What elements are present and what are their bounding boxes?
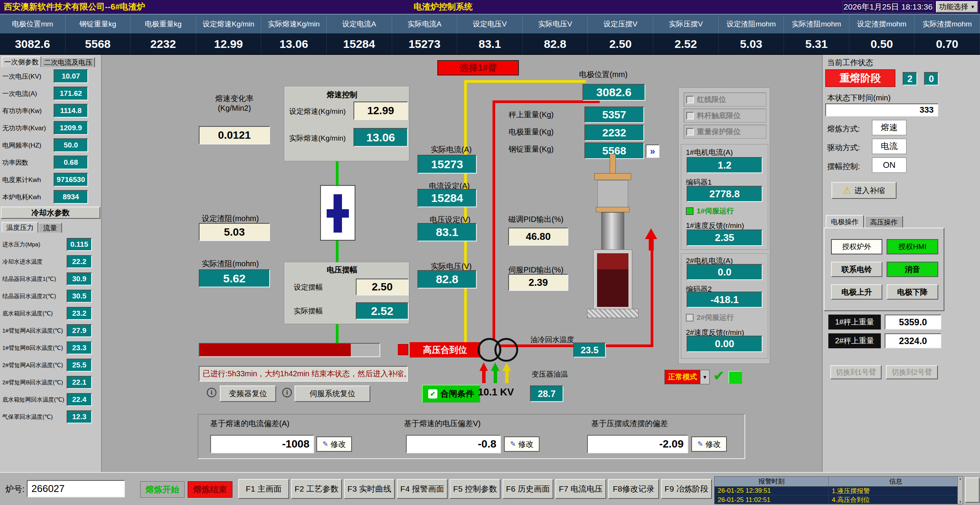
header-label: 设定电压V [457, 14, 523, 33]
melt-rate-control-group: 熔速控制 设定熔速(Kg/min) 12.99 实际熔速(Kg/min) 13.… [284, 86, 409, 161]
fkey-modify-records[interactable]: F8修改记录 [608, 479, 659, 499]
servo1-run-indicator[interactable]: 1#伺服运行 [686, 205, 753, 218]
red-wire [492, 100, 600, 103]
set-swing-value[interactable]: 2.50 [356, 279, 409, 295]
fkey-process-params[interactable]: F2 工艺参数 [291, 479, 342, 499]
motor-panel: 红线限位 料杆触底限位 重量保护限位 1#电机电流(A) 1.2 编码器1 27… [678, 87, 770, 364]
modify-button[interactable]: ✎修改 [691, 436, 727, 452]
voltage-deviation-value[interactable]: -0.8 [406, 435, 501, 453]
header-value: 5.31 [784, 34, 849, 54]
yellow-wire [464, 80, 586, 83]
electrode-down-button[interactable]: 电极下降 [887, 284, 938, 300]
select-arm1-button[interactable]: 选择1#臂 [437, 60, 519, 75]
param-row: 一次电流(A)171.62 [2, 87, 88, 100]
magnetic-pid-value: 46.80 [508, 228, 568, 246]
mode-status-lamp [728, 371, 742, 384]
servo-pid-label: 伺服PID输出(%) [508, 265, 563, 275]
tab-flow[interactable]: 流量 [38, 223, 62, 233]
ops-tab-panel: 授权炉外 授权HMI 联系电铃 消音 电极上升 电极下降 [824, 228, 944, 311]
melt-end-button[interactable]: 熔炼结束 [188, 481, 232, 498]
tab-electrode-ops[interactable]: 电极操作 [826, 215, 864, 228]
speed1-feedback-value: 2.35 [687, 230, 762, 246]
swing-deviation-label: 基于压摆或渣摆的偏差 [591, 418, 668, 429]
fkey-realtime-curves[interactable]: F3 实时曲线 [344, 479, 395, 499]
servo-reset-button[interactable]: 伺服系统复位 [294, 385, 370, 402]
electrode-up-button[interactable]: 电极上升 [831, 284, 882, 300]
actual-swing-label: 实际摆幅 [294, 306, 323, 316]
alarm-time: 26-01-25 11:02:51 [715, 495, 829, 504]
swing-deviation-value[interactable]: -2.09 [587, 435, 688, 453]
header-value: 2.52 [653, 34, 719, 54]
scroll-up-icon[interactable]: ▲ [959, 477, 962, 480]
actual-melt-rate-label: 实际熔速(Kg/min) [289, 133, 346, 143]
ok-hand-icon: ✔ [428, 389, 437, 398]
scroll-down-icon[interactable]: ▼ [959, 500, 962, 504]
cooling-water-header: 冷却水参数 [1, 207, 100, 219]
modify-button[interactable]: ✎修改 [316, 436, 352, 452]
warning-icon: ⚠ [843, 185, 851, 196]
fkey-current-voltage[interactable]: F7 电流电压 [555, 479, 606, 499]
fkey-alarm-screen[interactable]: F4 报警画面 [397, 479, 448, 499]
state-time-value: 333 [825, 103, 938, 116]
cooling-row: 冷却水进水温度22.2 [2, 255, 92, 269]
checkbox-icon[interactable] [686, 112, 694, 120]
tab-temp-pressure[interactable]: 温度压力 [2, 222, 38, 233]
header-label: 设定压摆V [588, 14, 653, 33]
mute-button[interactable]: 消音 [887, 262, 938, 277]
fkey-history-screen[interactable]: F6 历史画面 [502, 479, 553, 499]
electrode-collar [596, 207, 630, 212]
melt-start-button[interactable]: 熔炼开始 [140, 481, 185, 498]
modify-button[interactable]: ✎修改 [504, 436, 540, 452]
crystallizer-mold [594, 250, 632, 310]
scale1-weight-label: 1#秤上重量 [828, 315, 881, 330]
scale-weight-label: 秤上重量(Kg) [509, 110, 554, 120]
checkbox-icon[interactable] [686, 128, 694, 136]
header-label: 设定渣摆mohm [849, 14, 915, 33]
cooling-row: 进水压力(Mpa)0.115 [2, 238, 92, 251]
furnace-no-input[interactable] [27, 480, 125, 497]
fkey-smelting-stage[interactable]: F9 冶炼阶段 [661, 479, 712, 499]
alarm-scrollbar[interactable]: ▲▼ [957, 477, 963, 504]
checkbox-icon[interactable] [686, 207, 694, 215]
set-current-value: 15284 [417, 189, 477, 207]
chevron-down-icon: ▼ [970, 4, 975, 10]
limit-rod-bottom[interactable]: 料杆触底限位 [684, 108, 766, 123]
enter-shrink-button[interactable]: ⚠ 进入补缩 [831, 182, 897, 199]
contact-bell-button[interactable]: 联系电铃 [831, 262, 882, 277]
authorize-outside-button[interactable]: 授权炉外 [831, 239, 882, 254]
alarm-side-button[interactable] [965, 477, 980, 503]
switch-arm2-button[interactable]: 切换到2号臂 [886, 365, 938, 379]
set-slag-resistance-value[interactable]: 5.03 [199, 223, 270, 241]
param-row: 功率因数0.68 [2, 156, 88, 169]
checkbox-icon[interactable] [686, 96, 694, 103]
current-deviation-label: 基于熔速的电流偏差(A) [210, 418, 290, 429]
cooling-row: 气保罩回水温度(℃)12.3 [2, 410, 92, 424]
vfd-reset-button[interactable]: 变频器复位 [220, 385, 276, 402]
tab-secondary-params[interactable]: 二次电流及电压 [41, 57, 95, 67]
alarm-time-header: 报警时刻 [715, 477, 829, 486]
magnetic-pid-label: 磁调PID输出(%) [508, 214, 563, 225]
drive-mode-label: 驱动方式: [827, 143, 860, 153]
molten-slag [597, 253, 628, 269]
fkey-main-screen[interactable]: F1 主画面 [238, 479, 289, 499]
close-condition-button[interactable]: ✔ 合闸条件 [422, 385, 480, 403]
chevron-down-icon[interactable]: ▼ [700, 370, 709, 384]
param-row: 无功功率(Kvar)1209.9 [2, 121, 88, 135]
melt-rate-change-value: 0.0121 [199, 126, 270, 144]
red-wire [492, 100, 495, 340]
limit-redline[interactable]: 红线限位 [684, 92, 766, 107]
function-select-button[interactable]: 功能选择 ▼ [936, 1, 978, 13]
authorize-hmi-button[interactable]: 授权HMI [887, 239, 938, 254]
set-melt-rate-value[interactable]: 12.99 [353, 102, 408, 120]
limit-weight-protect[interactable]: 重量保护限位 [684, 125, 766, 139]
cross-arm [594, 173, 631, 180]
switch-arm1-button[interactable]: 切换到1号臂 [830, 365, 882, 379]
tab-hv-ops[interactable]: 高压操作 [865, 216, 903, 228]
stage-progress-note: 已进行:5h33min，大约1h42min 结束本状态，然后进入补缩。 [199, 366, 408, 382]
tab-primary-params[interactable]: 一次侧参数 [2, 56, 41, 67]
current-deviation-value[interactable]: -1008 [210, 435, 314, 453]
servo2-run-indicator[interactable]: 2#伺服运行 [686, 311, 753, 324]
checkbox-icon[interactable] [686, 314, 694, 321]
fkey-control-params[interactable]: F5 控制参数 [450, 479, 501, 499]
mode-select-dropdown[interactable]: 正常模式 ▼ [664, 370, 710, 384]
